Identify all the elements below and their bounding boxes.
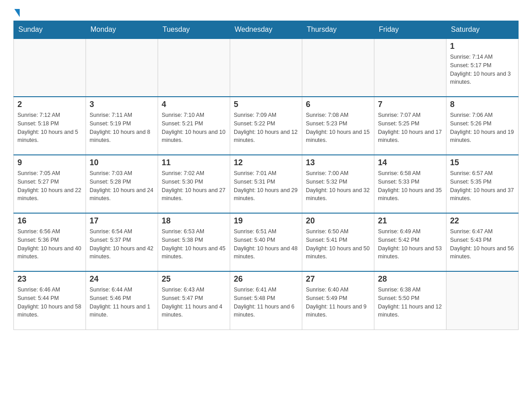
logo [13, 9, 20, 16]
day-number: 17 [90, 216, 154, 226]
day-info: Sunrise: 6:56 AMSunset: 5:36 PMDaylight:… [17, 227, 82, 261]
day-info: Sunrise: 7:12 AMSunset: 5:18 PMDaylight:… [17, 111, 82, 145]
calendar-day-cell: 22Sunrise: 6:47 AMSunset: 5:43 PMDayligh… [446, 213, 519, 271]
day-info: Sunrise: 7:02 AMSunset: 5:30 PMDaylight:… [162, 169, 226, 203]
calendar-day-cell: 24Sunrise: 6:44 AMSunset: 5:46 PMDayligh… [86, 271, 158, 330]
day-info: Sunrise: 6:53 AMSunset: 5:38 PMDaylight:… [162, 227, 226, 261]
page-header [13, 9, 519, 16]
day-info: Sunrise: 6:47 AMSunset: 5:43 PMDaylight:… [450, 227, 515, 261]
day-number: 5 [234, 100, 298, 109]
day-info: Sunrise: 6:38 AMSunset: 5:50 PMDaylight:… [378, 286, 442, 319]
calendar-day-cell: 3Sunrise: 7:11 AMSunset: 5:19 PMDaylight… [86, 97, 158, 155]
calendar-day-cell: 20Sunrise: 6:50 AMSunset: 5:41 PMDayligh… [302, 213, 374, 271]
day-info: Sunrise: 6:51 AMSunset: 5:40 PMDaylight:… [234, 227, 298, 261]
day-info: Sunrise: 7:00 AMSunset: 5:32 PMDaylight:… [306, 169, 370, 203]
calendar-day-cell: 28Sunrise: 6:38 AMSunset: 5:50 PMDayligh… [374, 271, 446, 330]
calendar-day-cell: 18Sunrise: 6:53 AMSunset: 5:38 PMDayligh… [158, 213, 230, 271]
calendar-day-cell [86, 39, 158, 97]
day-number: 3 [90, 100, 154, 109]
day-info: Sunrise: 6:43 AMSunset: 5:47 PMDaylight:… [162, 286, 226, 319]
calendar-header-row: SundayMondayTuesdayWednesdayThursdayFrid… [14, 21, 519, 39]
calendar-day-cell: 11Sunrise: 7:02 AMSunset: 5:30 PMDayligh… [158, 155, 230, 213]
day-number: 27 [306, 274, 370, 284]
calendar-week-row: 1Sunrise: 7:14 AMSunset: 5:17 PMDaylight… [14, 39, 519, 97]
day-number: 28 [378, 274, 442, 284]
day-info: Sunrise: 6:49 AMSunset: 5:42 PMDaylight:… [378, 227, 442, 261]
calendar-day-cell: 19Sunrise: 6:51 AMSunset: 5:40 PMDayligh… [230, 213, 302, 271]
day-number: 16 [17, 216, 82, 226]
calendar-day-cell: 23Sunrise: 6:46 AMSunset: 5:44 PMDayligh… [14, 271, 86, 330]
day-number: 18 [162, 216, 226, 226]
day-number: 12 [234, 158, 298, 167]
calendar-day-cell: 12Sunrise: 7:01 AMSunset: 5:31 PMDayligh… [230, 155, 302, 213]
calendar-day-cell: 6Sunrise: 7:08 AMSunset: 5:23 PMDaylight… [302, 97, 374, 155]
day-info: Sunrise: 6:40 AMSunset: 5:49 PMDaylight:… [306, 286, 370, 319]
day-info: Sunrise: 6:50 AMSunset: 5:41 PMDaylight:… [306, 227, 370, 261]
calendar-day-cell [302, 39, 374, 97]
calendar-day-cell: 27Sunrise: 6:40 AMSunset: 5:49 PMDayligh… [302, 271, 374, 330]
day-number: 23 [17, 274, 82, 284]
day-number: 1 [450, 42, 515, 51]
calendar-day-cell: 13Sunrise: 7:00 AMSunset: 5:32 PMDayligh… [302, 155, 374, 213]
calendar-day-cell: 26Sunrise: 6:41 AMSunset: 5:48 PMDayligh… [230, 271, 302, 330]
day-info: Sunrise: 7:06 AMSunset: 5:26 PMDaylight:… [450, 111, 515, 145]
calendar-day-cell: 16Sunrise: 6:56 AMSunset: 5:36 PMDayligh… [14, 213, 86, 271]
day-number: 26 [234, 274, 298, 284]
calendar-day-cell [230, 39, 302, 97]
day-number: 8 [450, 100, 515, 109]
day-number: 7 [378, 100, 442, 109]
calendar-day-cell: 17Sunrise: 6:54 AMSunset: 5:37 PMDayligh… [86, 213, 158, 271]
calendar-week-row: 9Sunrise: 7:05 AMSunset: 5:27 PMDaylight… [14, 155, 519, 213]
day-number: 24 [90, 274, 154, 284]
day-info: Sunrise: 7:05 AMSunset: 5:27 PMDaylight:… [17, 169, 82, 203]
calendar-day-cell: 8Sunrise: 7:06 AMSunset: 5:26 PMDaylight… [446, 97, 519, 155]
calendar-week-row: 23Sunrise: 6:46 AMSunset: 5:44 PMDayligh… [14, 271, 519, 330]
day-number: 19 [234, 216, 298, 226]
day-of-week-header: Monday [86, 21, 158, 39]
calendar-day-cell: 2Sunrise: 7:12 AMSunset: 5:18 PMDaylight… [14, 97, 86, 155]
day-of-week-header: Wednesday [230, 21, 302, 39]
day-info: Sunrise: 7:09 AMSunset: 5:22 PMDaylight:… [234, 111, 298, 145]
day-info: Sunrise: 7:01 AMSunset: 5:31 PMDaylight:… [234, 169, 298, 203]
day-of-week-header: Friday [374, 21, 446, 39]
day-number: 9 [17, 158, 82, 167]
day-info: Sunrise: 7:07 AMSunset: 5:25 PMDaylight:… [378, 111, 442, 145]
day-number: 10 [90, 158, 154, 167]
calendar-day-cell: 15Sunrise: 6:57 AMSunset: 5:35 PMDayligh… [446, 155, 519, 213]
calendar-day-cell [446, 271, 519, 330]
day-info: Sunrise: 7:08 AMSunset: 5:23 PMDaylight:… [306, 111, 370, 145]
calendar-day-cell: 1Sunrise: 7:14 AMSunset: 5:17 PMDaylight… [446, 39, 519, 97]
day-info: Sunrise: 7:10 AMSunset: 5:21 PMDaylight:… [162, 111, 226, 145]
calendar-day-cell: 25Sunrise: 6:43 AMSunset: 5:47 PMDayligh… [158, 271, 230, 330]
day-number: 2 [17, 100, 82, 109]
calendar-day-cell: 21Sunrise: 6:49 AMSunset: 5:42 PMDayligh… [374, 213, 446, 271]
day-number: 6 [306, 100, 370, 109]
day-number: 11 [162, 158, 226, 167]
day-of-week-header: Sunday [14, 21, 86, 39]
calendar-day-cell [14, 39, 86, 97]
day-info: Sunrise: 6:57 AMSunset: 5:35 PMDaylight:… [450, 169, 515, 203]
day-number: 13 [306, 158, 370, 167]
day-number: 22 [450, 216, 515, 226]
day-number: 14 [378, 158, 442, 167]
calendar-day-cell: 14Sunrise: 6:58 AMSunset: 5:33 PMDayligh… [374, 155, 446, 213]
calendar-day-cell: 9Sunrise: 7:05 AMSunset: 5:27 PMDaylight… [14, 155, 86, 213]
day-info: Sunrise: 6:44 AMSunset: 5:46 PMDaylight:… [90, 286, 154, 319]
day-number: 4 [162, 100, 226, 109]
calendar-week-row: 16Sunrise: 6:56 AMSunset: 5:36 PMDayligh… [14, 213, 519, 271]
day-info: Sunrise: 6:46 AMSunset: 5:44 PMDaylight:… [17, 286, 82, 319]
day-info: Sunrise: 6:58 AMSunset: 5:33 PMDaylight:… [378, 169, 442, 203]
day-of-week-header: Thursday [302, 21, 374, 39]
calendar-day-cell: 5Sunrise: 7:09 AMSunset: 5:22 PMDaylight… [230, 97, 302, 155]
calendar-day-cell: 4Sunrise: 7:10 AMSunset: 5:21 PMDaylight… [158, 97, 230, 155]
day-number: 25 [162, 274, 226, 284]
logo-arrow-icon [14, 9, 20, 17]
day-of-week-header: Tuesday [158, 21, 230, 39]
calendar-day-cell [158, 39, 230, 97]
calendar-table: SundayMondayTuesdayWednesdayThursdayFrid… [13, 21, 519, 330]
calendar-day-cell: 10Sunrise: 7:03 AMSunset: 5:28 PMDayligh… [86, 155, 158, 213]
day-number: 20 [306, 216, 370, 226]
day-number: 21 [378, 216, 442, 226]
calendar-day-cell: 7Sunrise: 7:07 AMSunset: 5:25 PMDaylight… [374, 97, 446, 155]
day-info: Sunrise: 7:11 AMSunset: 5:19 PMDaylight:… [90, 111, 154, 145]
